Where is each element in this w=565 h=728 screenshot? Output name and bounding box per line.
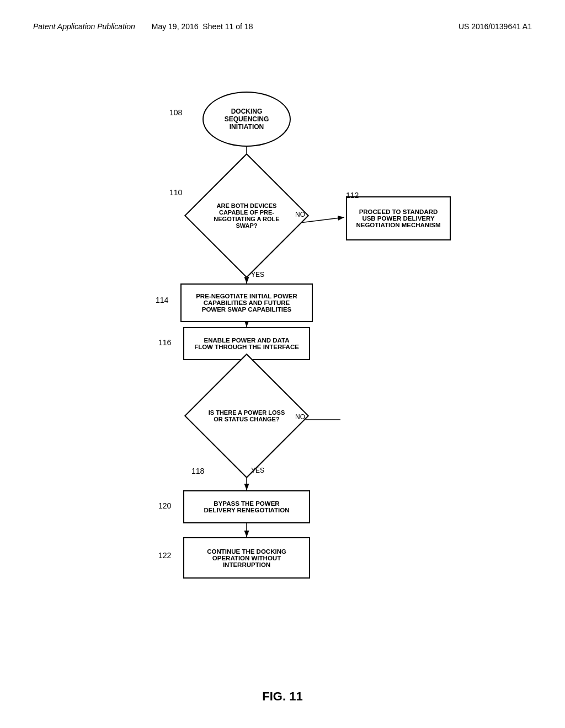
- header-title: Patent Application Publication: [33, 22, 135, 31]
- no-label-118: NO: [295, 413, 305, 421]
- page: Patent Application Publication May 19, 2…: [0, 0, 565, 728]
- node-122: CONTINUE THE DOCKING OPERATION WITHOUT I…: [183, 537, 310, 579]
- header-date: May 19, 2016 Sheet 11 of 18: [152, 22, 253, 31]
- node-108: DOCKING SEQUENCING INITIATION: [202, 92, 291, 147]
- ref-120: 120: [158, 501, 171, 510]
- flowchart: DOCKING SEQUENCING INITIATION 108 ARE BO…: [76, 64, 489, 671]
- header: Patent Application Publication May 19, 2…: [33, 22, 532, 31]
- node-110: ARE BOTH DEVICES CAPABLE OF PRE-NEGOTIAT…: [202, 172, 291, 260]
- node-114: PRE-NEGOTIATE INITIAL POWER CAPABILITIES…: [180, 283, 313, 322]
- ref-114: 114: [156, 296, 168, 304]
- ref-112: 112: [346, 191, 359, 200]
- yes-label-118: YES: [251, 467, 264, 474]
- arrows-svg: [76, 64, 489, 671]
- figure-caption: FIG. 11: [76, 689, 489, 704]
- no-label-110: NO: [295, 211, 305, 218]
- node-112: PROCEED TO STANDARD USB POWER DELIVERY N…: [346, 196, 451, 240]
- ref-122: 122: [158, 551, 171, 560]
- node-120: BYPASS THE POWER DELIVERY RENEGOTIATION: [183, 490, 310, 523]
- ref-118: 118: [191, 467, 204, 475]
- node-118: IS THERE A POWER LOSS OR STATUS CHANGE?: [202, 372, 291, 460]
- header-patent: US 2016/0139641 A1: [459, 22, 532, 31]
- ref-116: 116: [158, 338, 171, 347]
- yes-label-110: YES: [251, 271, 264, 279]
- ref-108: 108: [169, 108, 182, 117]
- ref-110: 110: [169, 188, 182, 197]
